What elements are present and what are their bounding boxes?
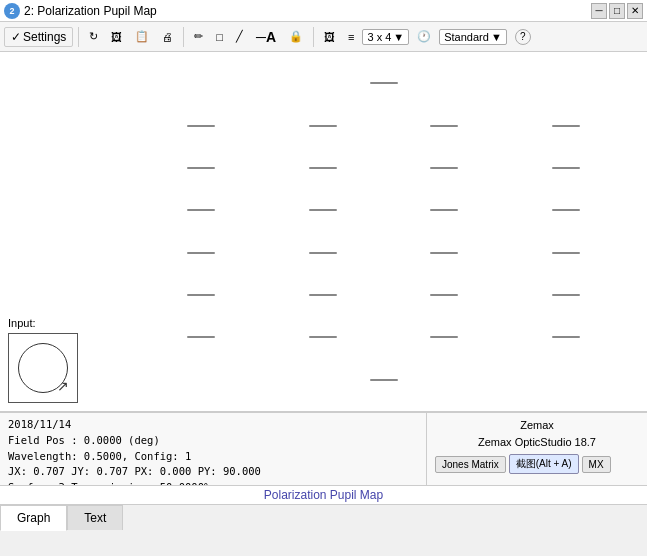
pol-row-3 — [140, 167, 627, 169]
close-button[interactable]: ✕ — [627, 3, 643, 19]
grid-dropdown[interactable]: 3 x 4 ▼ — [362, 29, 409, 45]
print-icon: 🖨 — [162, 31, 173, 43]
pol-line — [552, 125, 580, 127]
pol-line — [430, 167, 458, 169]
mode-label: Standard — [444, 31, 489, 43]
pol-line — [309, 209, 337, 211]
mode-dropdown[interactable]: Standard ▼ — [439, 29, 507, 45]
settings-label: Settings — [23, 30, 66, 44]
separator-3 — [313, 27, 314, 47]
draw-pencil-button[interactable]: ✏ — [189, 27, 208, 46]
mx-button[interactable]: MX — [582, 456, 611, 473]
pol-line — [309, 294, 337, 296]
maximize-button[interactable]: □ — [609, 3, 625, 19]
print-button[interactable]: 🖨 — [157, 28, 178, 46]
left-panel: Input: ↗ — [0, 52, 120, 411]
window-icon: 2 — [4, 3, 20, 19]
info-date: 2018/11/14 — [8, 417, 418, 433]
input-label: Input: — [8, 317, 112, 329]
pol-line — [430, 294, 458, 296]
pol-line — [309, 336, 337, 338]
pol-line — [187, 336, 215, 338]
save-image-icon: 🖼 — [111, 31, 122, 43]
polarization-grid — [140, 62, 627, 401]
image-button[interactable]: 🖼 — [319, 28, 340, 46]
pol-line — [187, 167, 215, 169]
grid-dropdown-arrow: ▼ — [393, 31, 404, 43]
pol-line — [370, 379, 398, 381]
pol-line — [309, 125, 337, 127]
pol-row-7 — [140, 336, 627, 338]
title-bar: 2 2: Polarization Pupil Map ─ □ ✕ — [0, 0, 647, 22]
pol-row-5 — [140, 252, 627, 254]
pol-line — [552, 336, 580, 338]
layers-button[interactable]: ≡ — [343, 28, 359, 46]
graph-area: Input: ↗ — [0, 52, 647, 412]
clipboard-icon: 📋 — [135, 30, 149, 43]
text-icon: ─A — [256, 29, 276, 45]
pol-line — [187, 209, 215, 211]
title-bar-controls[interactable]: ─ □ ✕ — [591, 3, 643, 19]
tab-bar: Graph Text — [0, 504, 647, 530]
layers-icon: ≡ — [348, 31, 354, 43]
settings-button[interactable]: ✓ Settings — [4, 27, 73, 47]
line-icon: ╱ — [236, 30, 243, 43]
clock-icon: 🕐 — [417, 30, 431, 43]
separator-2 — [183, 27, 184, 47]
pol-line — [430, 125, 458, 127]
save-image-button[interactable]: 🖼 — [106, 28, 127, 46]
refresh-button[interactable]: ↻ — [84, 27, 103, 46]
info-field-pos: Field Pos : 0.0000 (deg) — [8, 433, 418, 449]
pol-line — [187, 125, 215, 127]
refresh-icon: ↻ — [89, 30, 98, 43]
company-name: Zemax Zemax OpticStudio 18.7 — [435, 417, 639, 450]
pol-line — [430, 252, 458, 254]
settings-check-icon: ✓ — [11, 30, 21, 44]
pencil-icon: ✏ — [194, 30, 203, 43]
title-bar-left: 2 2: Polarization Pupil Map — [4, 3, 157, 19]
info-buttons: Jones Matrix 截图(Alt + A) MX — [435, 454, 639, 474]
pol-row-8 — [140, 379, 627, 381]
info-jx-jy: JX: 0.707 JY: 0.707 PX: 0.000 PY: 90.000 — [8, 464, 418, 480]
main-content: Input: ↗ — [0, 52, 647, 504]
lock-button[interactable]: 🔒 — [284, 27, 308, 46]
clock-button[interactable]: 🕐 — [412, 27, 436, 46]
minimize-button[interactable]: ─ — [591, 3, 607, 19]
pol-line — [187, 252, 215, 254]
graph-content — [120, 52, 647, 411]
text-button[interactable]: ─A — [251, 26, 281, 48]
pol-line — [370, 82, 398, 84]
text-tab[interactable]: Text — [67, 505, 123, 530]
info-wavelength: Wavelength: 0.5000, Config: 1 — [8, 449, 418, 465]
pol-line — [552, 294, 580, 296]
pol-row-6 — [140, 294, 627, 296]
separator-1 — [78, 27, 79, 47]
toolbar: ✓ Settings ↻ 🖼 📋 🖨 ✏ □ ╱ ─A 🔒 🖼 ≡ 3 x 4 … — [0, 22, 647, 52]
input-circle-box: ↗ — [8, 333, 78, 403]
lock-icon: 🔒 — [289, 30, 303, 43]
mode-dropdown-arrow: ▼ — [491, 31, 502, 43]
line-button[interactable]: ╱ — [231, 27, 248, 46]
input-arrow-icon: ↗ — [57, 378, 69, 394]
pol-row-2 — [140, 125, 627, 127]
pol-line — [552, 167, 580, 169]
capture-button[interactable]: 截图(Alt + A) — [509, 454, 579, 474]
graph-tab[interactable]: Graph — [0, 505, 67, 531]
pol-line — [309, 167, 337, 169]
pol-line — [552, 252, 580, 254]
window-title: 2: Polarization Pupil Map — [24, 4, 157, 18]
rectangle-icon: □ — [216, 31, 223, 43]
rectangle-button[interactable]: □ — [211, 28, 228, 46]
clipboard-button[interactable]: 📋 — [130, 27, 154, 46]
pol-row-4 — [140, 209, 627, 211]
help-button[interactable]: ? — [510, 26, 536, 48]
image-icon: 🖼 — [324, 31, 335, 43]
pol-line — [430, 209, 458, 211]
grid-label: 3 x 4 — [367, 31, 391, 43]
jones-matrix-button[interactable]: Jones Matrix — [435, 456, 506, 473]
pol-line — [309, 252, 337, 254]
graph-title-label: Polarization Pupil Map — [0, 485, 647, 504]
pol-line — [187, 294, 215, 296]
pol-row-1 — [140, 82, 627, 84]
help-icon: ? — [515, 29, 531, 45]
